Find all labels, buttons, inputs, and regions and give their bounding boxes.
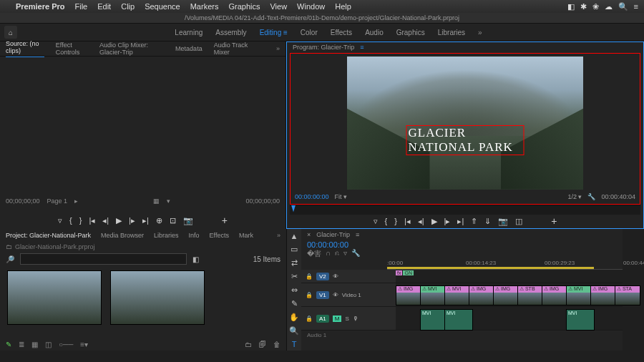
menu-icon[interactable]: ≡ — [634, 2, 638, 11]
tab-effect-controls[interactable]: Effect Controls — [56, 41, 88, 56]
marker-icon[interactable]: ▿ — [58, 216, 62, 225]
menu-view[interactable]: View — [270, 2, 287, 11]
export-frame-icon[interactable]: 📷 — [183, 216, 193, 225]
ws-editing[interactable]: Editing ≡ — [260, 29, 288, 36]
voiceover-icon[interactable]: 🎙 — [353, 315, 358, 322]
menu-graphics[interactable]: Graphics — [228, 2, 260, 11]
toggle-output-icon[interactable]: 👁 — [333, 292, 338, 298]
button-editor-icon[interactable]: + — [222, 215, 228, 226]
insert-icon[interactable]: ⊕ — [156, 216, 162, 225]
goto-out-icon[interactable]: ▸| — [142, 216, 149, 225]
in-point-icon[interactable]: { — [385, 217, 388, 225]
mute-button[interactable]: M — [333, 315, 342, 322]
status-icon[interactable]: ❀ — [592, 2, 599, 11]
tabs-overflow-icon[interactable]: » — [277, 232, 280, 239]
tab-project[interactable]: Project: Glacier-National-Park — [6, 232, 91, 239]
track-select-tool-icon[interactable]: ▭ — [291, 245, 298, 254]
source-viewer[interactable] — [0, 57, 286, 190]
tab-libraries[interactable]: Libraries — [154, 232, 179, 239]
overwrite-icon[interactable]: ⊡ — [170, 216, 176, 225]
menu-sequence[interactable]: Sequence — [145, 2, 180, 11]
list-view-icon[interactable]: ≣ — [19, 341, 24, 348]
goto-in-icon[interactable]: |◂ — [404, 217, 411, 226]
video-clip[interactable]: ⚠ IMG — [590, 285, 616, 305]
ws-learning[interactable]: Learning — [175, 29, 203, 36]
tab-metadata[interactable]: Metadata — [175, 45, 203, 52]
slip-tool-icon[interactable]: ⇔ — [291, 285, 298, 295]
step-back-icon[interactable]: ◂| — [102, 216, 109, 225]
toggle-output-icon[interactable]: 👁 — [333, 273, 338, 280]
play-icon[interactable]: ▶ — [431, 217, 437, 226]
lock-icon[interactable]: 🔒 — [306, 315, 313, 322]
search-icon[interactable]: 🔍 — [618, 2, 628, 11]
type-tool-icon[interactable]: T — [292, 340, 297, 348]
tab-program[interactable]: Program: Glacier-Trip — [293, 44, 354, 51]
tab-effects[interactable]: Effects — [210, 232, 229, 239]
settings-icon[interactable]: 🔧 — [587, 193, 595, 200]
hand-tool-icon[interactable]: ✋ — [289, 313, 299, 322]
program-ruler[interactable] — [290, 205, 640, 215]
in-point-icon[interactable]: { — [69, 216, 72, 225]
button-editor-icon[interactable]: + — [551, 215, 557, 227]
clip-thumbnail[interactable] — [110, 270, 205, 325]
goto-in-icon[interactable]: |◂ — [89, 216, 95, 225]
marker-icon[interactable]: ▿ — [343, 249, 347, 259]
video-clip[interactable]: ⚠ IMG — [542, 285, 567, 305]
clip-thumbnail[interactable] — [7, 270, 102, 325]
source-page[interactable]: Page 1 — [47, 197, 68, 205]
video-clip[interactable]: ⚠ IMG — [493, 285, 519, 305]
status-icon[interactable]: ◧ — [567, 2, 575, 11]
track-body[interactable]: MVIMVIMVI — [396, 307, 623, 330]
export-frame-icon[interactable]: 📷 — [498, 217, 508, 226]
menu-markers[interactable]: Markers — [190, 2, 219, 11]
extract-icon[interactable]: ⇓ — [484, 217, 491, 226]
menu-edit[interactable]: Edit — [97, 2, 111, 11]
settings-icon[interactable]: 🔧 — [351, 249, 360, 259]
project-bin[interactable] — [0, 266, 286, 338]
step-fwd-icon[interactable]: |▸ — [444, 217, 451, 226]
track-body[interactable]: ⚠ IMG⚠ MVI⚠ MVI⚠ IMG⚠ IMG⚠ STB⚠ IMG⚠ MVI… — [396, 283, 623, 306]
video-clip[interactable]: ⚠ STA — [615, 285, 640, 305]
ripple-tool-icon[interactable]: ⇄ — [291, 258, 298, 268]
audio-clip[interactable]: MVI — [566, 309, 595, 331]
razor-tool-icon[interactable]: ✂ — [291, 272, 298, 281]
freeform-view-icon[interactable]: ◫ — [45, 341, 52, 348]
lock-icon[interactable]: 🔒 — [306, 292, 313, 298]
ws-assembly[interactable]: Assembly — [215, 29, 246, 36]
title-text-overlay[interactable]: GLACIER NATIONAL PARK — [406, 125, 525, 155]
zoom-tool-icon[interactable]: 🔍 — [289, 326, 299, 336]
tab-audio-track-mixer[interactable]: Audio Track Mixer — [214, 41, 253, 56]
video-clip[interactable]: ⚠ STB — [517, 285, 543, 305]
grid-icon[interactable]: ▦ — [153, 197, 160, 205]
marker-icon[interactable]: ▿ — [374, 217, 378, 226]
lift-icon[interactable]: ⇑ — [471, 217, 477, 226]
menu-help[interactable]: Help — [335, 2, 351, 11]
track-body[interactable]: fxGN — [396, 270, 623, 283]
tab-info[interactable]: Info — [189, 232, 200, 239]
menu-window[interactable]: Window — [297, 2, 325, 11]
v2-clips[interactable]: fxGN — [396, 270, 414, 275]
tab-markers[interactable]: Mark — [239, 232, 253, 239]
tabs-overflow-icon[interactable]: » — [276, 45, 280, 52]
track-label[interactable]: A1 — [316, 315, 329, 323]
work-area-bar[interactable] — [387, 267, 594, 269]
step-back-icon[interactable]: ◂| — [418, 217, 424, 226]
trash-icon[interactable]: 🗑 — [273, 341, 280, 348]
video-clip[interactable]: ⚠ IMG — [469, 285, 494, 305]
video-clip[interactable]: ⚠ IMG — [396, 285, 421, 305]
track-label[interactable]: V1 — [316, 291, 329, 299]
new-bin-icon[interactable]: 🗀 — [245, 341, 252, 348]
audio-clip[interactable]: MVI — [444, 309, 473, 331]
lock-icon[interactable]: 🔒 — [306, 273, 313, 280]
fit-dropdown[interactable]: Fit ▾ — [335, 193, 348, 200]
ws-libraries[interactable]: Libraries — [438, 29, 465, 36]
status-icon[interactable]: ☁ — [605, 2, 613, 11]
video-clip[interactable]: ⚠ MVI — [444, 285, 470, 305]
zoom-dropdown[interactable]: 1/2 ▾ — [567, 193, 582, 200]
timeline-ruler[interactable]: :00:00 00:00:14:23 00:00:29:23 00:00:44:… — [387, 259, 623, 270]
ws-effects[interactable]: Effects — [331, 29, 352, 36]
project-search-input[interactable] — [20, 253, 187, 265]
menu-clip[interactable]: Clip — [121, 2, 135, 11]
ws-audio[interactable]: Audio — [365, 29, 384, 36]
tab-media-browser[interactable]: Media Browser — [101, 232, 144, 239]
